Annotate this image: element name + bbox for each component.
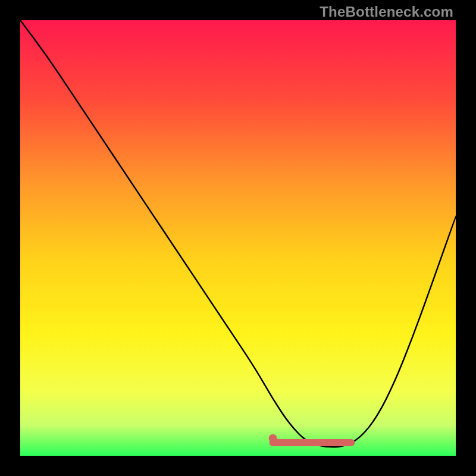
chart-frame: TheBottleneck.com [0, 0, 476, 476]
svg-point-1 [269, 434, 277, 443]
watermark: TheBottleneck.com [320, 4, 453, 20]
plot-area [20, 20, 456, 456]
watermark-text: TheBottleneck.com [320, 4, 453, 20]
bottleneck-curve [20, 20, 456, 456]
